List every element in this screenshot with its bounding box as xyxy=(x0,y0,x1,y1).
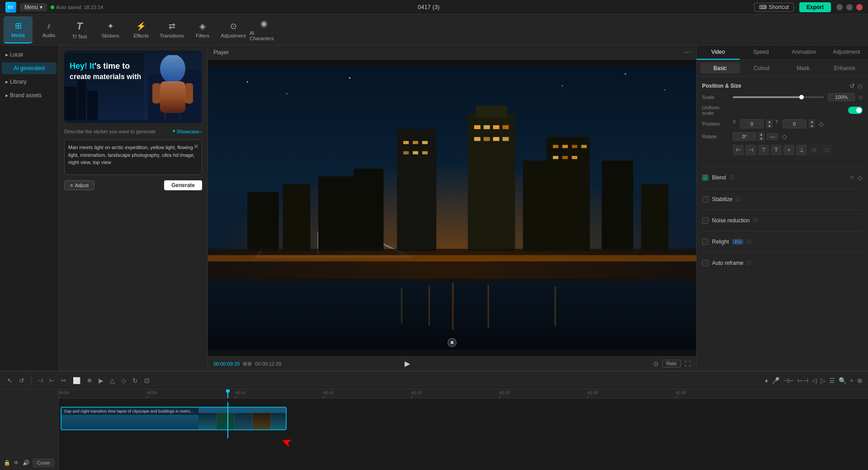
timeline-playhead[interactable] xyxy=(227,390,228,398)
y-increment[interactable]: ▲ xyxy=(809,119,815,124)
toolbar-text[interactable]: T TI Text xyxy=(65,16,94,43)
export-button[interactable]: Export xyxy=(799,2,831,12)
uniform-scale-toggle[interactable] xyxy=(848,107,863,114)
auto-reframe-info-icon[interactable]: ⓘ xyxy=(747,260,751,266)
split-tool[interactable]: △ xyxy=(108,375,117,386)
auto-reframe-checkbox[interactable] xyxy=(702,260,708,266)
subtab-enhance[interactable]: Enhance xyxy=(825,63,864,74)
timeline-audio-btn[interactable]: 🎤 xyxy=(772,377,779,384)
noise-reduction-checkbox[interactable] xyxy=(702,217,708,224)
scale-input[interactable] xyxy=(828,93,855,101)
position-keyframe-btn[interactable]: ◇ xyxy=(819,120,824,127)
transform-tool[interactable]: ◇ xyxy=(119,375,128,386)
trim-start[interactable]: ⊣ xyxy=(36,375,45,386)
rotate-stepper[interactable]: ▲ ▼ xyxy=(758,132,764,141)
prompt-clear-button[interactable]: ✕ xyxy=(193,143,199,150)
sidebar-item-local[interactable]: ▶ Local xyxy=(2,49,57,61)
x-decrement[interactable]: ▼ xyxy=(766,124,773,128)
menu-button[interactable]: Menu ▾ xyxy=(20,3,47,11)
track-mute-btn[interactable]: 🔊 xyxy=(23,460,29,466)
crop-tool[interactable]: ⊡ xyxy=(142,375,151,386)
rotate-decrement[interactable]: ▼ xyxy=(758,136,764,141)
x-input[interactable] xyxy=(740,119,764,128)
fullscreen-button[interactable]: ⛶ xyxy=(684,360,691,367)
rotate-increment[interactable]: ▲ xyxy=(758,132,764,136)
undo-button[interactable]: ↺ xyxy=(17,375,26,386)
video-clip[interactable]: Day and night transition time lapse of c… xyxy=(61,407,287,430)
sidebar-item-ai-generated[interactable]: AI generated xyxy=(2,62,57,74)
timeline-add-btn[interactable]: ⊕ xyxy=(857,377,863,384)
tab-video[interactable]: Video xyxy=(697,45,740,60)
x-stepper[interactable]: ▲ ▼ xyxy=(766,119,773,128)
toggle-switch[interactable] xyxy=(848,107,863,114)
toolbar-effects[interactable]: ⚡ Effects xyxy=(127,16,156,43)
trim-end[interactable]: ⊢ xyxy=(47,375,57,386)
prompt-text[interactable]: Man meets light on arctic expedition, ye… xyxy=(68,144,198,171)
timeline-out-btn[interactable]: ▷ xyxy=(821,377,826,384)
minimize-button[interactable] xyxy=(836,4,843,10)
ratio-button[interactable]: Ratio xyxy=(662,360,681,367)
y-input[interactable] xyxy=(783,119,806,128)
toolbar-adjustment[interactable]: ⊙ Adjustment xyxy=(219,16,248,43)
blend-checkbox[interactable]: ✓ xyxy=(702,174,708,181)
scale-thumb[interactable] xyxy=(799,95,804,99)
tab-adjustment[interactable]: Adjustment xyxy=(825,45,868,60)
sidebar-item-library[interactable]: ▶ Library xyxy=(2,76,57,88)
relight-checkbox[interactable] xyxy=(702,239,708,245)
toolbar-transitions[interactable]: ⇄ Transitions xyxy=(157,16,186,43)
noise-reduction-info-icon[interactable]: ⓘ xyxy=(753,217,758,224)
select-tool[interactable]: ↖ xyxy=(5,375,14,386)
toolbar-filters[interactable]: ◈ Filters xyxy=(188,16,217,43)
scale-keyframe-btn[interactable]: ◇ xyxy=(859,94,863,100)
showcase-link[interactable]: ✦ Showcase › xyxy=(172,128,202,134)
screenshot-button[interactable]: ⊙ xyxy=(653,360,659,367)
subtab-mask[interactable]: Mask xyxy=(783,63,823,74)
tab-speed[interactable]: Speed xyxy=(740,45,783,60)
scale-slider[interactable] xyxy=(733,96,824,98)
adjust-button[interactable]: ≡ Adjust xyxy=(64,180,94,190)
cut-tool[interactable]: ✂ xyxy=(59,375,68,386)
play-button[interactable]: ▶ xyxy=(405,359,410,368)
timeline-zoom-btn[interactable]: 🔍 xyxy=(839,377,846,384)
track-visibility-btn[interactable]: 👁 xyxy=(14,460,19,466)
timeline-in-btn[interactable]: ◁ xyxy=(812,377,817,384)
subtab-basic[interactable]: Basic xyxy=(700,63,740,74)
blend-reset-btn[interactable]: ↺ xyxy=(849,174,854,181)
tab-animation[interactable]: Animation xyxy=(783,45,826,60)
align-right[interactable]: ⊤ xyxy=(758,145,769,155)
player-more-button[interactable]: ⋯ xyxy=(684,48,691,56)
freeze-frame[interactable]: ❄ xyxy=(85,375,94,386)
rotate-keyframe-btn[interactable]: ◇ xyxy=(782,133,787,140)
stabilize-checkbox[interactable] xyxy=(702,196,708,202)
align-bottom[interactable]: ⊥ xyxy=(796,145,807,155)
delete-tool[interactable]: ⬜ xyxy=(71,375,82,386)
track-lock-btn[interactable]: 🔒 xyxy=(4,460,10,466)
y-decrement[interactable]: ▼ xyxy=(809,124,815,128)
maximize-button[interactable] xyxy=(846,4,853,10)
rotate-input[interactable] xyxy=(733,132,756,141)
sidebar-item-brand-assets[interactable]: ▶ Brand assets xyxy=(2,89,57,101)
align-left[interactable]: ⊢ xyxy=(733,145,744,155)
generate-button[interactable]: Generate xyxy=(164,180,202,190)
blend-info-icon[interactable]: ⓘ xyxy=(730,174,734,181)
relight-info-icon[interactable]: ⓘ xyxy=(747,239,751,245)
stabilize-info-icon[interactable]: ⓘ xyxy=(736,196,741,202)
toolbar-media[interactable]: ⊞ Media xyxy=(4,16,33,43)
timeline-join-btn[interactable]: ⊢⊣ xyxy=(797,377,808,384)
keyframe-button[interactable]: ◇ xyxy=(858,82,863,89)
cover-label[interactable]: Cover xyxy=(33,458,55,467)
shortcut-button[interactable]: ⌨ Shortcut xyxy=(754,3,794,12)
timeline-split-btn[interactable]: ⊣⊢ xyxy=(783,377,794,384)
align-center-h[interactable]: ⊣ xyxy=(745,145,756,155)
reset-button[interactable]: ↺ xyxy=(849,82,855,89)
toolbar-audio[interactable]: ♪ Audio xyxy=(34,16,63,43)
x-increment[interactable]: ▲ xyxy=(766,119,773,124)
blend-keyframe-btn[interactable]: ◇ xyxy=(858,174,863,181)
align-center-v[interactable]: + xyxy=(783,145,794,155)
play-tool[interactable]: ▶ xyxy=(97,375,105,386)
toolbar-ai-characters[interactable]: ◉ AI Characters xyxy=(250,16,278,43)
timeline-marker-btn[interactable]: ♦ xyxy=(765,377,768,384)
timeline-caption-btn[interactable]: ☰ xyxy=(829,377,835,384)
rotate-dash-button[interactable]: — xyxy=(766,133,778,140)
close-button[interactable] xyxy=(856,4,863,10)
